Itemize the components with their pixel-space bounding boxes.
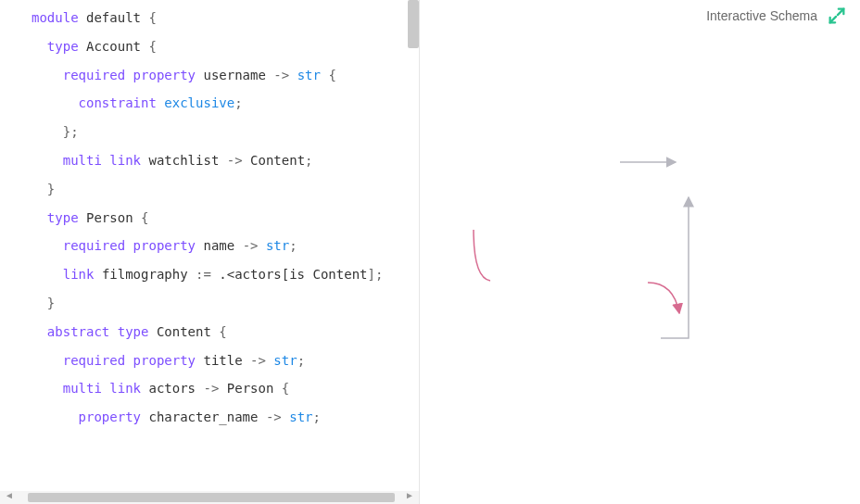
expand-icon[interactable] xyxy=(827,6,847,26)
vertical-scrollbar-thumb[interactable] xyxy=(408,0,419,48)
schema-visualizer-pane[interactable]: Interactive Schema Movie iduuidtitl xyxy=(419,0,860,504)
code-scroll[interactable]: module default { type Account { required… xyxy=(0,0,419,504)
code-content: module default { type Account { required… xyxy=(0,0,419,454)
schema-title: Interactive Schema xyxy=(706,8,817,23)
horizontal-scrollbar-thumb[interactable] xyxy=(28,493,395,502)
code-editor-pane: module default { type Account { required… xyxy=(0,0,419,504)
horizontal-scrollbar-track[interactable] xyxy=(0,491,419,504)
